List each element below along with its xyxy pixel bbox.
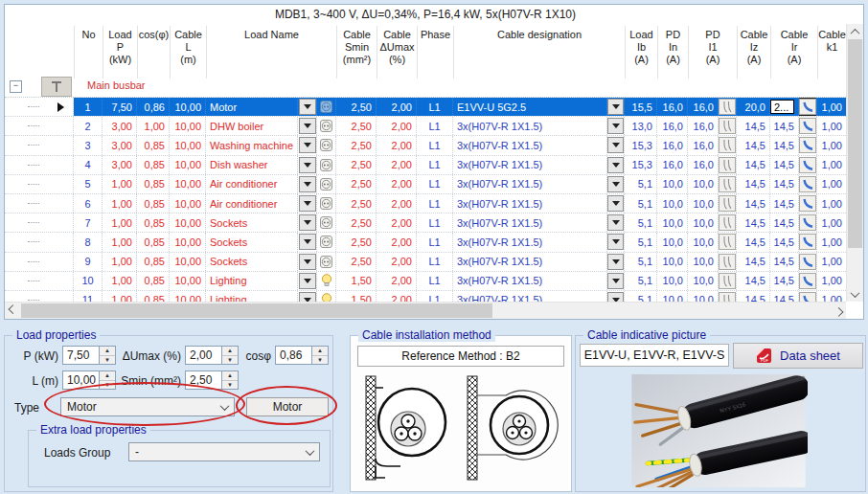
column-header[interactable]: Cablek1 xyxy=(817,26,846,79)
row-selector[interactable] xyxy=(49,136,74,154)
cell-dumax[interactable]: 2,00 xyxy=(377,233,417,251)
cell-cable-k1[interactable]: 1,00 xyxy=(817,175,846,193)
pd-curve-button[interactable] xyxy=(719,98,737,116)
cell-cable-l[interactable]: 10,00 xyxy=(170,156,206,174)
load-name-dropdown-button[interactable] xyxy=(298,136,317,154)
cell-cable-ir[interactable]: 14,5 xyxy=(770,233,799,251)
cell-dumax[interactable]: 2,00 xyxy=(377,156,417,174)
cell-load-ib[interactable]: 5,1 xyxy=(625,175,657,193)
cell-cable-l[interactable]: 10,00 xyxy=(170,175,206,193)
cell-load-name[interactable]: Washing machine xyxy=(206,136,298,154)
load-row-9[interactable]: 91,000,8510,00Sockets2,502,00L13x(H07V-R… xyxy=(5,253,846,272)
cell-smin[interactable]: 2,50 xyxy=(336,194,377,213)
column-header[interactable]: Cable designation xyxy=(453,26,625,79)
cosphi-input[interactable]: 0,86 ▲▼ xyxy=(275,346,329,365)
ir-curve-button[interactable] xyxy=(799,233,817,251)
cell-cable-ir[interactable]: 14,5 xyxy=(770,136,799,154)
load-row-4[interactable]: 43,000,8510,00Dish washer2,502,00L13x(H0… xyxy=(5,156,846,175)
designation-dropdown-button[interactable] xyxy=(607,272,625,290)
row-selector[interactable] xyxy=(49,98,74,116)
column-header[interactable]: cos(φ) xyxy=(137,26,170,79)
cell-cable-l[interactable]: 10,00 xyxy=(170,136,206,154)
cell-load-p[interactable]: 1,00 xyxy=(103,175,137,193)
pd-curve-button[interactable] xyxy=(719,175,737,193)
cell-smin[interactable]: 2,50 xyxy=(336,136,377,154)
cell-pd-in[interactable]: 10,0 xyxy=(657,253,688,271)
cell-cable-designation[interactable]: 3x(H07V-R 1X1.5) xyxy=(453,233,607,251)
cell-cable-designation[interactable]: 3x(H07V-R 1X1.5) xyxy=(453,117,607,135)
load-row-5[interactable]: 51,000,8510,00Air conditioner2,502,00L13… xyxy=(5,175,846,194)
cell-load-name[interactable]: Air conditioner xyxy=(206,194,298,213)
tree-collapse-icon[interactable]: − xyxy=(10,80,22,93)
dumax-input[interactable]: 2,00 ▲▼ xyxy=(185,346,239,365)
cell-smin[interactable]: 2,50 xyxy=(336,233,377,251)
designation-dropdown-button[interactable] xyxy=(607,98,625,116)
row-selector[interactable] xyxy=(49,253,74,271)
pd-curve-button[interactable] xyxy=(719,213,737,232)
cell-load-name[interactable]: Dish washer xyxy=(206,156,298,174)
designation-dropdown-button[interactable] xyxy=(607,136,625,154)
load-name-dropdown-button[interactable] xyxy=(298,272,317,290)
load-name-dropdown-button[interactable] xyxy=(298,98,317,116)
load-row-2[interactable]: 23,001,0010,00DHW boiler2,502,00L13x(H07… xyxy=(5,117,846,136)
cell-no[interactable]: 1 xyxy=(74,98,103,116)
cell-cos-phi[interactable]: 1,00 xyxy=(137,117,170,135)
cell-phase[interactable]: L1 xyxy=(417,175,453,193)
cell-cos-phi[interactable]: 0,86 xyxy=(137,98,170,116)
smin-input[interactable]: 2,50 ▲▼ xyxy=(185,370,239,390)
column-header[interactable]: CableIz(A) xyxy=(737,26,770,79)
cell-load-ib[interactable]: 13,0 xyxy=(625,117,657,135)
column-header[interactable]: CableIr(A) xyxy=(770,26,817,79)
scroll-left-button[interactable] xyxy=(5,303,20,318)
cell-pd-in[interactable]: 10,0 xyxy=(657,272,688,290)
cell-dumax[interactable]: 2,00 xyxy=(377,98,417,116)
column-header[interactable]: PDI1(A) xyxy=(688,26,737,79)
row-selector[interactable] xyxy=(49,156,74,174)
cell-pd-in[interactable]: 16,0 xyxy=(657,156,688,174)
cell-no[interactable]: 4 xyxy=(74,156,103,174)
designation-dropdown-button[interactable] xyxy=(607,213,625,232)
scroll-down-button[interactable] xyxy=(847,286,862,302)
cell-pd-in[interactable]: 10,0 xyxy=(657,194,688,213)
cell-phase[interactable]: L1 xyxy=(417,136,453,154)
cell-pd-i1[interactable]: 10,0 xyxy=(688,233,719,251)
load-name-dropdown-button[interactable] xyxy=(298,175,317,193)
row-selector[interactable] xyxy=(49,175,74,193)
cell-cable-iz[interactable]: 14,5 xyxy=(737,156,770,174)
pd-curve-button[interactable] xyxy=(719,194,737,213)
pd-curve-button[interactable] xyxy=(719,253,737,271)
ir-curve-button[interactable] xyxy=(799,98,817,116)
cell-cable-l[interactable]: 10,00 xyxy=(170,233,206,251)
cell-smin[interactable]: 2,50 xyxy=(336,98,377,116)
cell-load-p[interactable]: 3,00 xyxy=(103,117,137,135)
cell-cable-ir[interactable]: 14,5 xyxy=(770,117,799,135)
cell-cos-phi[interactable]: 0,85 xyxy=(137,194,170,213)
cell-pd-in[interactable]: 10,0 xyxy=(657,213,688,232)
column-header[interactable]: Phase xyxy=(417,26,453,79)
cell-load-name[interactable]: Sockets xyxy=(206,233,298,251)
cell-cable-designation[interactable]: 3x(H07V-R 1X1.5) xyxy=(453,194,607,213)
column-header[interactable]: CableSmin(mm²) xyxy=(336,26,377,79)
cell-smin[interactable]: 1,50 xyxy=(336,272,377,290)
cell-cable-iz[interactable]: 14,5 xyxy=(737,272,770,290)
cell-cable-ir[interactable]: 14,5 xyxy=(770,272,799,290)
load-row-1[interactable]: 17,500,8610,00Motor2,502,00L1E1VV-U 5G2.… xyxy=(5,98,846,117)
cell-cable-designation[interactable]: 3x(H07V-R 1X1.5) xyxy=(453,136,607,154)
cell-dumax[interactable]: 2,00 xyxy=(377,136,417,154)
column-header[interactable]: LoadIb(A) xyxy=(625,26,657,79)
cell-load-p[interactable]: 3,00 xyxy=(103,136,137,154)
cell-pd-i1[interactable]: 16,0 xyxy=(688,136,719,154)
l-m-spinner[interactable]: ▲▼ xyxy=(99,370,116,390)
cell-dumax[interactable]: 2,00 xyxy=(377,117,417,135)
cell-cable-iz[interactable]: 14,5 xyxy=(737,194,770,213)
cell-cable-iz[interactable]: 14,5 xyxy=(737,253,770,271)
horizontal-scroll-thumb[interactable] xyxy=(21,303,492,318)
cell-cos-phi[interactable]: 0,85 xyxy=(137,272,170,290)
cell-cos-phi[interactable]: 0,85 xyxy=(137,156,170,174)
cell-dumax[interactable]: 2,00 xyxy=(377,213,417,232)
horizontal-scrollbar[interactable] xyxy=(5,302,846,319)
cell-no[interactable]: 7 xyxy=(74,213,103,232)
cell-dumax[interactable]: 2,00 xyxy=(377,175,417,193)
cell-load-ib[interactable]: 5,1 xyxy=(625,233,657,251)
row-selector[interactable] xyxy=(49,213,74,232)
